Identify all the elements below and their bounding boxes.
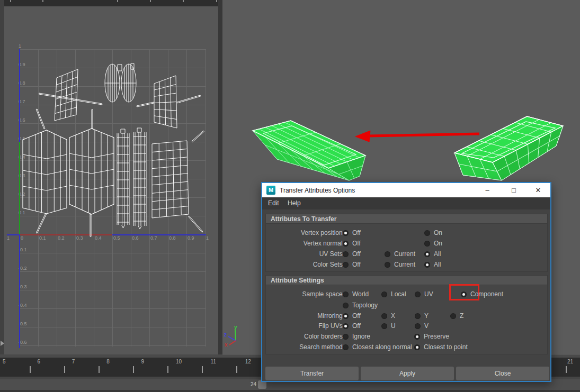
radio-on[interactable]: On [425,229,442,237]
radio-dot-icon[interactable] [343,303,348,308]
row-label: Vertex normal: [266,240,344,247]
row-label: Flip UVs: [266,322,344,330]
radio-y[interactable]: Y [415,312,429,320]
radio-dot-icon[interactable] [451,314,456,318]
radio-dot-icon[interactable] [382,324,387,329]
radio-dot-icon[interactable] [343,231,348,235]
radio-all[interactable]: All [425,250,441,258]
frame-number: 10 [176,359,182,364]
radio-dot-icon[interactable] [382,292,387,297]
radio-dot-icon[interactable] [385,252,390,257]
radio-dot-icon[interactable] [385,262,390,267]
radio-dot-icon[interactable] [425,231,430,235]
radio-u[interactable]: U [382,322,396,330]
radio-x[interactable]: X [382,312,395,320]
radio-label: Off [352,312,361,320]
radio-z[interactable]: Z [451,312,463,320]
radio-dot-icon[interactable] [382,314,387,318]
radio-label: UV [424,290,433,298]
section-attributes-to-transfer: Attributes To TransferVertex position:Of… [265,214,548,272]
radio-off[interactable]: Off [343,322,361,330]
radio-dot-icon[interactable] [343,262,348,267]
radio-dot-icon[interactable] [343,334,348,339]
uv-x-axis-label: 0 [21,235,23,241]
menu-help[interactable]: Help [288,199,301,207]
uv-v-axis-blue-lower [19,234,20,348]
option-row: Vertex normal:OffOn [266,238,547,249]
radio-off[interactable]: Off [343,312,361,320]
uv-x-axis-label: 0.6 [132,235,139,241]
frame-number: 8 [106,359,110,364]
panel-corner-marker-icon [1,341,4,346]
radio-all[interactable]: All [425,260,441,269]
radio-off[interactable]: Off [343,239,361,248]
radio-label: Component [470,290,503,298]
close-action-button[interactable]: Close [456,367,549,380]
panel-divider[interactable] [218,0,222,354]
radio-preserve[interactable]: Preserve [415,332,449,341]
radio-off[interactable]: Off [343,250,361,258]
option-row: Topology [266,300,547,311]
radio-dot-icon[interactable] [415,345,420,350]
option-row: UV Sets:OffCurrentAll [266,249,547,259]
radio-ignore[interactable]: Ignore [343,332,370,341]
radio-label: U [391,322,396,330]
radio-current[interactable]: Current [385,260,415,269]
frame-number: 5 [3,359,6,364]
radio-closest-to-point[interactable]: Closest to point [415,343,468,351]
uv-x-axis-label: 0.4 [95,235,102,241]
radio-closest-along-normal[interactable]: Closest along normal [343,343,412,351]
row-label: UV Sets: [266,250,344,258]
radio-world[interactable]: World [343,290,369,298]
radio-uv[interactable]: UV [415,290,433,298]
radio-dot-icon[interactable] [425,252,430,257]
frame-tick [99,366,100,373]
uv-editor-panel[interactable]: 10.90.80.70.60.50.40.30.20.1-0.1-0.2-0.3… [4,6,218,354]
radio-v[interactable]: V [415,322,429,330]
radio-component[interactable]: Component [461,290,503,298]
close-button[interactable]: ✕ [531,185,545,195]
radio-dot-icon[interactable] [343,314,348,318]
radio-dot-icon[interactable] [425,262,430,267]
minimize-button[interactable]: – [480,185,494,195]
radio-label: All [434,261,441,268]
radio-current[interactable]: Current [385,250,415,258]
radio-dot-icon[interactable] [343,252,348,257]
radio-off[interactable]: Off [343,260,361,269]
radio-label: Off [352,240,361,247]
frame-tick [64,366,65,373]
radio-dot-icon[interactable] [343,292,348,297]
row-label: Vertex position: [266,229,344,236]
radio-dot-icon[interactable] [343,324,348,329]
transfer-button[interactable]: Transfer [265,367,359,380]
radio-label: Closest along normal [352,343,412,351]
uv-panel-left-edge [0,0,4,354]
radio-dot-icon[interactable] [343,241,348,246]
radio-label: Off [352,261,361,268]
radio-label: Off [352,322,361,330]
maximize-button[interactable]: □ [507,185,521,195]
dialog-menubar: Edit Help [262,197,550,209]
radio-local[interactable]: Local [382,290,406,298]
option-row: Sample space:WorldLocalUVComponent [266,289,547,299]
radio-label: Topology [352,302,378,309]
radio-off[interactable]: Off [343,229,361,237]
radio-dot-icon[interactable] [415,334,420,339]
radio-topology[interactable]: Topology [343,301,378,309]
radio-dot-icon[interactable] [425,241,430,246]
menu-edit[interactable]: Edit [268,199,279,207]
maya-app-icon: M [266,186,275,195]
frame-number: 12 [245,359,251,364]
radio-on[interactable]: On [425,239,442,248]
radio-dot-icon[interactable] [343,345,348,350]
apply-button[interactable]: Apply [361,367,454,380]
radio-dot-icon[interactable] [415,324,420,329]
radio-dot-icon[interactable] [415,314,420,318]
dialog-button-row: Transfer Apply Close [265,367,549,380]
radio-dot-icon[interactable] [461,292,466,297]
uv-panel-ruler [0,0,222,6]
uv-x-axis-label: 0.7 [150,235,157,241]
frame-number: 11 [210,359,216,364]
dialog-titlebar[interactable]: M Transfer Attributes Options – □ ✕ [262,183,550,197]
radio-dot-icon[interactable] [415,292,420,297]
